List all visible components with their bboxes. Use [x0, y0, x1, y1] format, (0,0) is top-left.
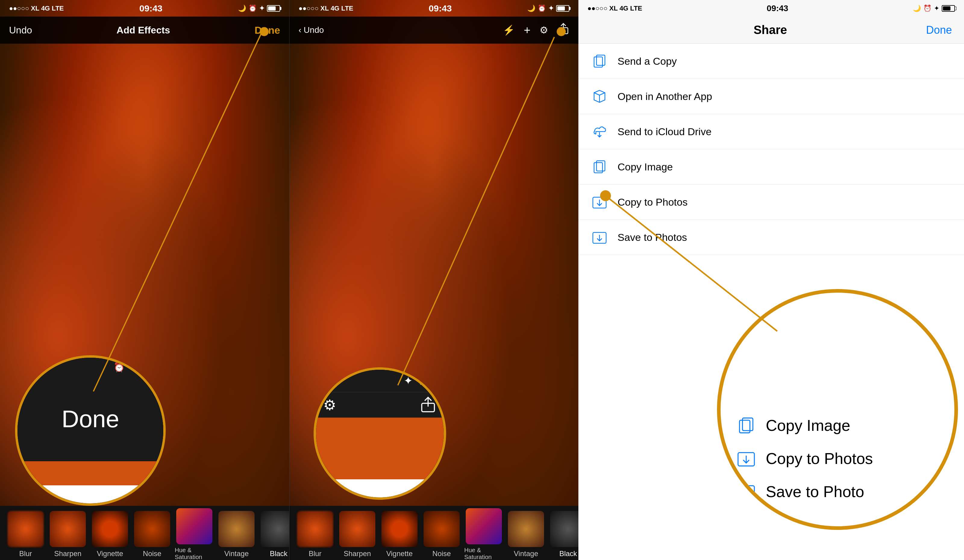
plus-icon-btn[interactable]: + [524, 24, 531, 37]
carrier-2: ●●○○○ XL 4G LTE [298, 5, 353, 12]
copy-image-icon [591, 158, 609, 176]
filter-label-noise: Noise [143, 549, 161, 558]
filter-thumb-black-2 [550, 511, 578, 547]
filter-black[interactable]: Black [259, 511, 289, 558]
dot-marker-2 [557, 27, 566, 36]
filter-vignette[interactable]: Vignette [90, 511, 130, 558]
carrier-3: ●●○○○ XL 4G LTE [588, 5, 642, 12]
time-2: 09:43 [429, 3, 452, 13]
battery-icon-1 [267, 5, 280, 12]
share-item-send-copy[interactable]: Send a Copy [578, 44, 964, 79]
back-button-2[interactable]: ‹ Undo [298, 25, 324, 35]
battery-fill-1 [268, 6, 276, 11]
share-item-copy-photos[interactable]: Copy to Photos [578, 185, 964, 220]
send-copy-icon [591, 52, 609, 70]
big-magnifier: Copy Image Copy to Photos [717, 289, 958, 530]
status-bar-2: ●●○○○ XL 4G LTE 09:43 🌙 ⏰ ✦ [290, 0, 578, 16]
nav-title-1: Add Effects [117, 25, 170, 36]
filter-sharpen-2[interactable]: Sharpen [338, 511, 377, 558]
battery-icon-3 [942, 5, 955, 12]
filter-vintage-2[interactable]: Vintage [506, 511, 546, 558]
filter-label-vignette: Vignette [97, 549, 123, 558]
filter-hue[interactable]: Hue & Saturation [175, 508, 214, 560]
status-bar-3: ●●○○○ XL 4G LTE 09:43 🌙 ⏰ ✦ [578, 0, 964, 16]
send-copy-svg [592, 53, 607, 69]
filter-blur-2[interactable]: Blur [296, 511, 335, 558]
filter-label-sharpen-2: Sharpen [344, 549, 371, 558]
filter-label-hue: Hue & Saturation [175, 547, 214, 560]
filter-label-black: Black [270, 549, 288, 558]
share-label-send-copy: Send a Copy [617, 55, 677, 67]
mag2-gear-icon: ⚙ [323, 396, 336, 413]
undo-button-1[interactable]: Undo [9, 25, 32, 36]
bluetooth-icon-2: ✦ [548, 5, 554, 12]
copy-photos-svg [592, 194, 607, 210]
mag2-bluetooth-icon: ✦ [404, 375, 413, 387]
big-mag-label-save-photos: Save to Photo [766, 483, 864, 501]
copy-photos-icon [591, 193, 609, 211]
panel-add-effects: ●●○○○ XL 4G LTE 09:43 🌙 ⏰ ✦ Undo Add Eff… [0, 0, 289, 560]
filter-noise-2[interactable]: Noise [422, 511, 461, 558]
status-bar-left-2: ●●○○○ XL 4G LTE [298, 5, 353, 12]
big-mag-item-save-photos: Save to Photo [736, 475, 939, 508]
filter-thumb-sharpen [50, 511, 86, 547]
share-done-button[interactable]: Done [926, 24, 952, 36]
filter-thumb-vintage-2 [508, 511, 544, 547]
share-item-icloud[interactable]: Send to iCloud Drive [578, 114, 964, 149]
filter-noise[interactable]: Noise [132, 511, 172, 558]
filter-hue-2[interactable]: Hue & Saturation [464, 508, 503, 560]
panel-share: ●●○○○ XL 4G LTE 09:43 🌙 ⏰ ✦ Share Done [578, 0, 964, 560]
mag-alarm-icon: ⏰ [114, 362, 125, 372]
filter-thumb-hue [176, 508, 212, 544]
filter-vintage[interactable]: Vintage [217, 511, 256, 558]
nav-bar-2: ‹ Undo ⚡ + ⚙ [290, 16, 578, 44]
icloud-svg [592, 124, 607, 140]
carrier-1: ●●○○○ XL 4G LTE [9, 5, 64, 12]
copy-image-svg [592, 159, 607, 175]
battery-fill-3 [943, 6, 951, 11]
magnifier-2: ✦ ⚙ [314, 367, 446, 500]
filter-vignette-2[interactable]: Vignette [380, 511, 419, 558]
big-copy-photos-svg [736, 449, 756, 468]
alarm-icon-1: ⏰ [249, 5, 257, 12]
filter-label-sharpen: Sharpen [54, 549, 81, 558]
share-label-save-photos: Save to Photos [617, 232, 687, 243]
nav-bar-1: Undo Add Effects Done [0, 16, 289, 44]
mag2-share-svg [420, 396, 436, 413]
filter-blur[interactable]: Blur [6, 511, 45, 558]
big-mag-item-copy-image: Copy Image [736, 409, 939, 442]
filter-thumb-vintage [218, 511, 254, 547]
bluetooth-icon-1: ✦ [259, 5, 264, 12]
open-another-icon [591, 87, 609, 106]
big-mag-copy-image-icon [736, 415, 757, 436]
status-bar-left-3: ●●○○○ XL 4G LTE [588, 5, 642, 12]
moon-icon-2: 🌙 [527, 5, 535, 12]
big-mag-item-copy-photos: Copy to Photos [736, 442, 939, 475]
filter-label-vignette-2: Vignette [386, 549, 413, 558]
filter-thumb-hue-2 [466, 508, 502, 544]
share-item-save-photos[interactable]: Save to Photos [578, 220, 964, 255]
filter-label-noise-2: Noise [432, 549, 451, 558]
mag-done-text: Done [62, 405, 119, 433]
gear-icon-btn[interactable]: ⚙ [539, 24, 548, 36]
selection-icon-btn[interactable]: ⚡ [503, 24, 515, 36]
save-photos-svg [592, 229, 607, 245]
dot-marker-1 [260, 27, 269, 36]
magnifier-1: ⏰ ✦ Done › [15, 355, 166, 506]
mag-content-2: ✦ ⚙ [316, 370, 444, 497]
filter-label-blur-2: Blur [309, 549, 322, 558]
share-item-copy-image[interactable]: Copy Image [578, 149, 964, 185]
big-mag-label-copy-image: Copy Image [766, 416, 850, 435]
share-item-open-another[interactable]: Open in Another App [578, 79, 964, 114]
filter-label-vintage: Vintage [225, 549, 249, 558]
filter-sharpen[interactable]: Sharpen [48, 511, 87, 558]
share-title: Share [754, 23, 787, 37]
filter-label-blur: Blur [19, 549, 32, 558]
share-label-copy-photos: Copy to Photos [617, 196, 687, 208]
filter-black-2[interactable]: Black [549, 511, 578, 558]
big-mag-copy-photos-icon [736, 448, 757, 469]
big-mag-label-copy-photos: Copy to Photos [766, 450, 873, 467]
status-icons-1: 🌙 ⏰ ✦ [238, 5, 280, 12]
big-copy-image-svg [736, 416, 756, 435]
status-icons-2: 🌙 ⏰ ✦ [527, 5, 569, 12]
